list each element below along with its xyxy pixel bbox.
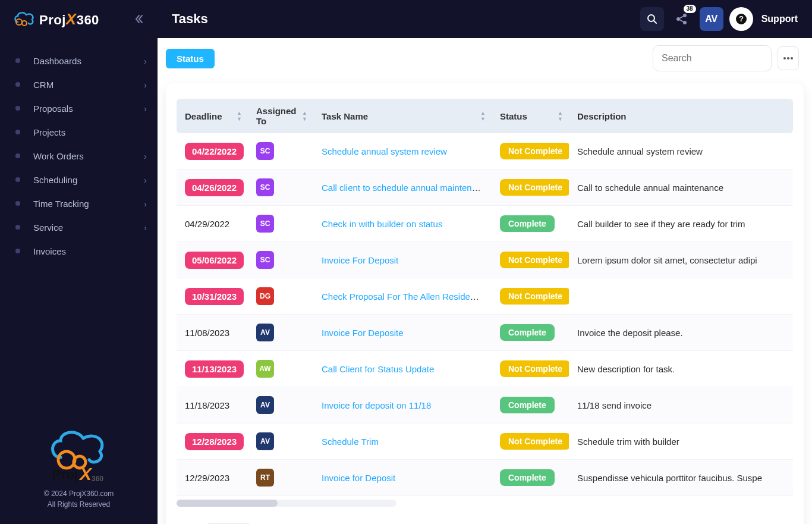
task-link[interactable]: Invoice For Deposit (322, 255, 398, 265)
svg-point-2 (58, 451, 75, 468)
brand-text: ProjX360 (39, 10, 99, 29)
notification-badge: 38 (684, 5, 696, 13)
sidebar-item-scheduling[interactable]: Scheduling › (0, 168, 158, 192)
status-pill[interactable]: Not Complete (500, 433, 569, 450)
cell-description: Schedule trim with builder (569, 423, 793, 460)
cell-assignee: AV (248, 423, 313, 460)
header-help-button[interactable]: ? (729, 7, 753, 31)
rights-line: All Rights Reserved (0, 500, 158, 509)
table-row: 12/29/2023 RT Invoice for Deposit Comple… (177, 460, 793, 496)
cell-assignee: SC (248, 170, 313, 206)
column-task-name[interactable]: Task Name▲▼ (313, 99, 492, 133)
task-link[interactable]: Schedule annual system review (322, 146, 447, 156)
task-link[interactable]: Check Proposal For The Allen Residence (322, 291, 484, 302)
sidebar-collapse-button[interactable] (131, 11, 147, 27)
nav-label: Service (33, 222, 144, 233)
chevron-right-icon: › (144, 175, 147, 185)
nav-label: CRM (33, 80, 144, 90)
chevron-right-icon: › (144, 222, 147, 233)
status-pill[interactable]: Complete (500, 469, 555, 486)
svg-line-8 (654, 21, 656, 23)
status-pill[interactable]: Not Complete (500, 252, 569, 268)
cell-deadline: 12/29/2023 (177, 460, 248, 496)
scrollbar-thumb[interactable] (177, 500, 278, 507)
support-label[interactable]: Support (761, 14, 798, 24)
sidebar-item-work-orders[interactable]: Work Orders › (0, 144, 158, 168)
task-link[interactable]: Call client to schedule annual maintenan… (322, 183, 491, 193)
avatar[interactable]: DG (256, 287, 274, 305)
status-pill[interactable]: Complete (500, 397, 555, 413)
header-user-avatar[interactable]: AV (700, 7, 723, 31)
deadline-text: 04/29/2022 (185, 219, 229, 229)
cell-deadline: 04/29/2022 (177, 206, 248, 242)
task-link[interactable]: Call Client for Status Update (322, 364, 434, 374)
nav-label: Proposals (33, 103, 144, 114)
avatar[interactable]: AW (256, 360, 274, 378)
chevron-right-icon: › (144, 199, 147, 209)
cell-description: Lorem ipsum dolor sit amet, consectetur … (569, 242, 793, 278)
tasks-panel: Deadline▲▼Assigned To▲▼Task Name▲▼Status… (166, 83, 804, 524)
sidebar-item-time-tracking[interactable]: Time Tracking › (0, 192, 158, 215)
table-row: 04/29/2022 SC Check in with builder on s… (177, 206, 793, 242)
status-pill[interactable]: Complete (500, 215, 555, 232)
task-link[interactable]: Invoice for Deposit (322, 473, 395, 483)
deadline-text: 11/08/2023 (185, 328, 229, 338)
ellipsis-icon (783, 57, 794, 60)
table-row: 11/08/2023 AV Invoice For Deposite Compl… (177, 315, 793, 351)
sort-icon: ▲▼ (237, 111, 242, 121)
column-assigned-to[interactable]: Assigned To▲▼ (248, 99, 313, 133)
cell-status: Not Complete (492, 242, 569, 278)
avatar[interactable]: RT (256, 469, 274, 487)
copyright-line: © 2024 ProjX360.com (0, 490, 158, 498)
nav-dot-icon (15, 225, 20, 230)
cell-deadline: 04/26/2022 (177, 170, 248, 206)
task-link[interactable]: Schedule Trim (322, 437, 379, 447)
table-row: 11/13/2023 AW Call Client for Status Upd… (177, 351, 793, 387)
toolbar: Status (158, 38, 812, 77)
task-link[interactable]: Check in with builder on status (322, 219, 442, 229)
avatar[interactable]: SC (256, 142, 274, 160)
task-link[interactable]: Invoice For Deposite (322, 328, 404, 338)
column-label: Task Name (322, 111, 368, 121)
avatar[interactable]: AV (256, 396, 274, 414)
header-actions: 38 AV ? Support (640, 7, 798, 31)
sidebar-item-service[interactable]: Service › (0, 215, 158, 239)
column-label: Deadline (185, 111, 222, 121)
status-pill[interactable]: Complete (500, 324, 555, 341)
sidebar-item-crm[interactable]: CRM › (0, 73, 158, 96)
deadline-overdue-pill: 11/13/2023 (185, 360, 244, 378)
sidebar-item-invoices[interactable]: Invoices (0, 239, 158, 263)
status-filter-button[interactable]: Status (166, 49, 215, 68)
column-description[interactable]: Description (569, 99, 793, 133)
sidebar-item-projects[interactable]: Projects (0, 120, 158, 144)
avatar[interactable]: SC (256, 178, 274, 196)
nav-dot-icon (15, 106, 20, 111)
share-nodes-icon (675, 12, 688, 26)
cell-description: Call builder to see if they are ready fo… (569, 206, 793, 242)
horizontal-scrollbar[interactable] (177, 500, 396, 507)
more-options-button[interactable] (778, 46, 799, 70)
avatar[interactable]: SC (256, 251, 274, 269)
sidebar-item-proposals[interactable]: Proposals › (0, 96, 158, 120)
search-input[interactable] (653, 45, 772, 71)
task-link[interactable]: Invoice for deposit on 11/18 (322, 400, 431, 410)
column-deadline[interactable]: Deadline▲▼ (177, 99, 248, 133)
cell-task: Invoice for deposit on 11/18 (313, 387, 492, 423)
brand-logo[interactable]: ProjX360 (13, 10, 99, 29)
avatar[interactable]: AV (256, 432, 274, 450)
cell-task: Check in with builder on status (313, 206, 492, 242)
header-search-button[interactable] (640, 7, 664, 31)
status-pill[interactable]: Not Complete (500, 288, 569, 305)
cell-status: Not Complete (492, 351, 569, 387)
deadline-overdue-pill: 04/22/2022 (185, 143, 244, 160)
status-pill[interactable]: Not Complete (500, 360, 569, 377)
avatar[interactable]: SC (256, 215, 274, 233)
status-pill[interactable]: Not Complete (500, 143, 569, 159)
sidebar-item-dashboards[interactable]: Dashboards › (0, 49, 158, 73)
avatar[interactable]: AV (256, 324, 274, 341)
cell-status: Not Complete (492, 133, 569, 170)
status-pill[interactable]: Not Complete (500, 179, 569, 196)
column-status[interactable]: Status▲▼ (492, 99, 569, 133)
header-notifications-button[interactable]: 38 (670, 7, 694, 31)
nav-label: Dashboards (33, 56, 144, 66)
